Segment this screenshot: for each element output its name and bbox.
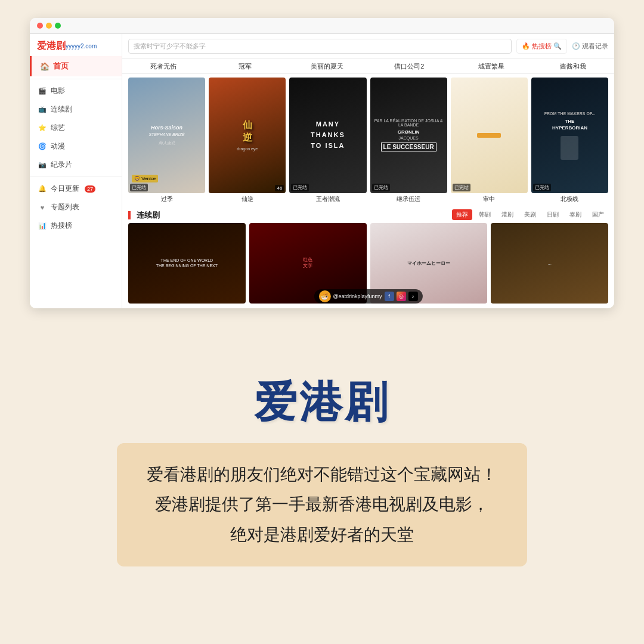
watermark-avatar: 🍜 <box>318 290 330 302</box>
poster-inner-5: FROM THE MAKERS OF... THE HYPERBORIAN <box>531 78 608 193</box>
search-icon: 🔍 <box>553 42 562 50</box>
page-container: 爱港剧 yyyyy2.com 🏠 首页 🎬 电影 📺 连续剧 ⭐ <box>0 0 644 644</box>
movie-title-4: 审中 <box>451 195 528 203</box>
bell-icon: 🔔 <box>38 185 47 193</box>
tiktok-icon: ♪ <box>408 292 418 301</box>
sidebar-item-home[interactable]: 🏠 首页 <box>30 56 122 76</box>
scroll-item-5[interactable]: 酱酱和我 <box>532 59 615 73</box>
topbar: 搜索时宁可少字不能多字 🔥 热搜榜 🔍 🕐 观看记录 <box>122 34 614 59</box>
movies-label: 电影 <box>51 86 65 96</box>
series-tab-thai[interactable]: 泰剧 <box>565 209 586 220</box>
movie-section: Hors-Saison STÉPHANE BRIZÉ 两人面孔 🦁 Venice… <box>122 74 614 207</box>
series-tab-korean[interactable]: 韩剧 <box>475 209 495 220</box>
movie-poster-2: MANY THANKS TO ISLA 已完结 <box>289 78 366 193</box>
divider-2 <box>30 177 122 177</box>
anime-icon: 🌀 <box>38 143 47 151</box>
movie-card-4[interactable]: 已完结 审中 <box>451 78 528 203</box>
scroll-item-0[interactable]: 死者无伤 <box>122 59 205 73</box>
badge-complete-5: 已完结 <box>533 184 551 191</box>
badge-complete-2: 已完结 <box>291 184 309 191</box>
series-header: 连续剧 推荐 韩剧 港剧 美剧 日剧 泰剧 国产 <box>122 207 614 223</box>
movie-poster-3: PAR LA RÉALISATION DE JOSUA & LA BANDE G… <box>370 78 447 193</box>
variety-label: 综艺 <box>51 123 65 133</box>
search-placeholder: 搜索时宁可少字不能多字 <box>134 42 206 51</box>
sidebar-item-topics[interactable]: ♥ 专题列表 <box>30 198 122 216</box>
tv-icon: 📺 <box>38 106 47 114</box>
movie-poster-0: Hors-Saison STÉPHANE BRIZÉ 两人面孔 🦁 Venice… <box>128 78 205 193</box>
movie-poster-5: FROM THE MAKERS OF... THE HYPERBORIAN 已完… <box>531 78 608 193</box>
hot-search-button[interactable]: 🔥 热搜榜 🔍 <box>516 39 567 54</box>
sidebar-item-documentary[interactable]: 📷 纪录片 <box>30 156 122 174</box>
movie-title-0: 过季 <box>128 195 205 203</box>
badge-complete-4: 已完结 <box>453 184 470 191</box>
badge-complete-0: 已完结 <box>130 184 148 191</box>
series-section-title: 连续剧 <box>128 209 160 221</box>
series-tab-recommended[interactable]: 推荐 <box>452 209 472 220</box>
facebook-icon: f <box>385 292 394 301</box>
poster-inner-3: PAR LA RÉALISATION DE JOSUA & LA BANDE G… <box>370 78 447 193</box>
dot-close[interactable] <box>37 23 43 29</box>
movie-title-3: 继承伍运 <box>370 195 447 203</box>
poster-inner-4 <box>451 78 528 193</box>
watermark-overlay: 🍜 @eatdrinkplayfunmy f ◎ ♪ <box>314 289 422 304</box>
series-tab-cn[interactable]: 国产 <box>588 209 608 220</box>
dot-minimize[interactable] <box>46 23 52 29</box>
scroll-strip: 死者无伤 冠军 美丽的夏天 借口公司2 城置繁星 酱酱和我 <box>122 59 614 74</box>
sidebar-item-hot[interactable]: 📊 热搜榜 <box>30 216 122 235</box>
movie-card-3[interactable]: PAR LA RÉALISATION DE JOSUA & LA BANDE G… <box>370 78 447 203</box>
movie-card-1[interactable]: 仙 逆 dragon eye 46 仙逆 <box>209 78 286 203</box>
search-box[interactable]: 搜索时宁可少字不能多字 <box>128 39 512 54</box>
sidebar-item-anime[interactable]: 🌀 动漫 <box>30 137 122 156</box>
desc-line-1: 爱看港剧的朋友们绝对不能错过这个宝藏网站！ <box>147 465 497 484</box>
title-line-decoration <box>128 211 131 219</box>
hot-search-label: 热搜榜 <box>532 42 552 51</box>
sidebar-item-variety[interactable]: ⭐ 综艺 <box>30 119 122 137</box>
update-badge: 27 <box>85 185 95 193</box>
browser-dots <box>37 23 61 29</box>
anime-label: 动漫 <box>51 141 65 151</box>
logo-main: 爱港剧 <box>37 40 66 52</box>
scroll-item-2[interactable]: 美丽的夏天 <box>286 59 369 73</box>
movie-poster-4: 已完结 <box>451 78 528 193</box>
brand-title: 爱港剧 <box>254 374 390 431</box>
series-tab-hk[interactable]: 港剧 <box>497 209 518 220</box>
series-card-3[interactable]: ... <box>491 223 608 304</box>
series-label: 连续剧 <box>51 104 72 114</box>
movie-poster-1: 仙 逆 dragon eye 46 <box>209 78 286 193</box>
sidebar-item-today[interactable]: 🔔 今日更新 27 <box>30 179 122 198</box>
topics-label: 专题列表 <box>51 202 79 212</box>
movie-title-5: 北极线 <box>531 195 608 203</box>
dot-maximize[interactable] <box>55 23 61 29</box>
description-box: 爱看港剧的朋友们绝对不能错过这个宝藏网站！ 爱港剧提供了第一手最新香港电视剧及电… <box>117 443 527 566</box>
movie-card-2[interactable]: MANY THANKS TO ISLA 已完结 王者潮流 <box>289 78 366 203</box>
poster-inner-1: 仙 逆 dragon eye <box>209 78 286 193</box>
movie-card-5[interactable]: FROM THE MAKERS OF... THE HYPERBORIAN 已完… <box>531 78 608 203</box>
series-poster-0: THE END OF ONE WORLDTHE BEGINNING OF THE… <box>128 223 246 304</box>
sidebar-item-series[interactable]: 📺 连续剧 <box>30 100 122 119</box>
movie-card-0[interactable]: Hors-Saison STÉPHANE BRIZÉ 两人面孔 🦁 Venice… <box>128 78 205 203</box>
main-content: 搜索时宁可少字不能多字 🔥 热搜榜 🔍 🕐 观看记录 死者无伤 冠军 <box>122 34 614 308</box>
site-layout: 爱港剧 yyyyy2.com 🏠 首页 🎬 电影 📺 连续剧 ⭐ <box>30 34 614 308</box>
description-text: 爱看港剧的朋友们绝对不能错过这个宝藏网站！ 爱港剧提供了第一手最新香港电视剧及电… <box>147 460 497 550</box>
browser-card: 爱港剧 yyyyy2.com 🏠 首页 🎬 电影 📺 连续剧 ⭐ <box>30 18 614 308</box>
sidebar-item-movies[interactable]: 🎬 电影 <box>30 82 122 100</box>
scroll-item-1[interactable]: 冠军 <box>205 59 287 73</box>
desc-line-3: 绝对是港剧爱好者的天堂 <box>230 525 414 544</box>
venice-badge: 🦁 Venice <box>132 175 158 182</box>
watch-history[interactable]: 🕐 观看记录 <box>572 42 608 51</box>
series-title-text: 连续剧 <box>137 210 160 219</box>
series-card-0[interactable]: THE END OF ONE WORLDTHE BEGINNING OF THE… <box>128 223 246 304</box>
movie-grid: Hors-Saison STÉPHANE BRIZÉ 两人面孔 🦁 Venice… <box>128 78 608 203</box>
badge-complete-3: 已完结 <box>372 184 390 191</box>
home-icon: 🏠 <box>40 62 49 71</box>
star-icon: ⭐ <box>38 124 47 132</box>
movie-title-1: 仙逆 <box>209 195 286 203</box>
series-tab-us[interactable]: 美剧 <box>520 209 540 220</box>
scroll-item-3[interactable]: 借口公司2 <box>369 59 451 73</box>
series-tab-jp[interactable]: 日剧 <box>543 209 563 220</box>
series-poster-3: ... <box>491 223 608 304</box>
home-label: 首页 <box>53 61 69 72</box>
movie-title-2: 王者潮流 <box>289 195 366 203</box>
film-icon: 🎬 <box>38 87 47 95</box>
scroll-item-4[interactable]: 城置繁星 <box>450 59 532 73</box>
